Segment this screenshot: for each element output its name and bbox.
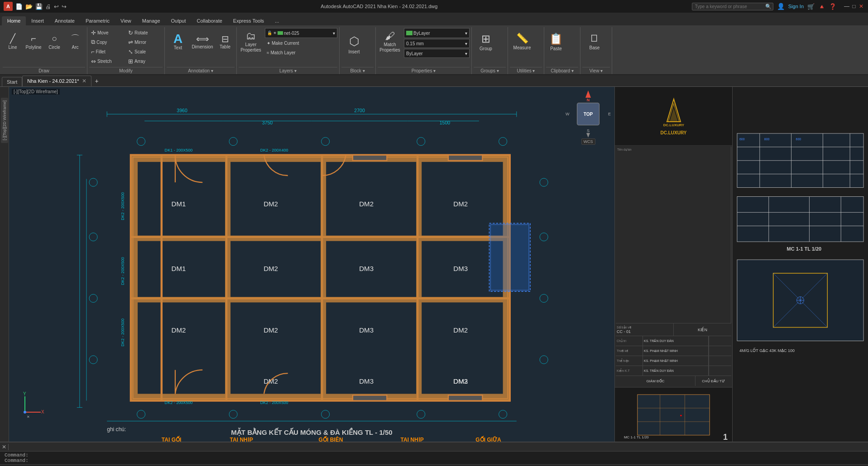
drawing-canvas[interactable]: DM1 DM2 DM2 DM2 DM1 DM2 DM3 DM3 DM2 DM2 … <box>9 87 614 442</box>
open-icon[interactable]: 📂 <box>25 3 33 10</box>
dimension-button[interactable]: ⟺ Dimension <box>191 28 214 55</box>
svg-text:3960: 3960 <box>177 108 187 113</box>
svg-text:3750: 3750 <box>262 120 273 125</box>
nav-cube-top-face[interactable]: TOP <box>577 103 599 125</box>
signin-button[interactable]: Sign In <box>788 4 804 9</box>
stretch-button[interactable]: ⇔Stretch <box>89 57 125 66</box>
lineweight-dropdown[interactable]: 0.15 mm ▾ <box>404 39 470 48</box>
tab-parametric[interactable]: Parametric <box>80 16 115 25</box>
linetype-dropdown-arrow: ▾ <box>465 51 467 56</box>
close-button[interactable]: ✕ <box>858 3 864 10</box>
maximize-button[interactable]: □ <box>851 3 857 10</box>
circle-icon: ○ <box>52 33 57 44</box>
app-icon: A <box>4 2 13 11</box>
redo-icon[interactable]: ↪ <box>62 3 67 10</box>
svg-text:TAI GỐI: TAI GỐI <box>162 436 182 442</box>
tab-output[interactable]: Output <box>166 16 192 25</box>
tab-insert[interactable]: Insert <box>26 16 49 25</box>
make-current-button[interactable]: ✦ Make Current <box>265 39 337 48</box>
scale-button[interactable]: ⤡Scale <box>126 47 163 56</box>
cart-icon[interactable]: 🛒 <box>807 3 815 10</box>
line-button[interactable]: ╱ Line <box>3 28 23 55</box>
color-dropdown[interactable]: ByLayer ▾ <box>404 28 470 38</box>
utilities-group: 📏 Measure Utilities ▾ <box>508 27 544 74</box>
svg-rect-108 <box>680 415 681 416</box>
saveas-icon[interactable]: 🖨 <box>45 3 51 10</box>
help-icon[interactable]: ❓ <box>829 3 836 10</box>
tab-start[interactable]: Start <box>2 77 22 86</box>
tab-active-doc[interactable]: Nha Kien - 24.02.2021* ✕ <box>22 76 91 86</box>
drawing-title: MẶT BẰNG KẾT CẤU MÓNG & ĐÀ KIỀNG TL - 1/… <box>231 428 393 436</box>
undo-icon[interactable]: ↩ <box>54 3 59 10</box>
group-button[interactable]: ⊞ Group <box>474 28 498 55</box>
command-toolbar-close[interactable]: ✕ <box>2 444 6 450</box>
draw-label: Draw <box>3 67 85 73</box>
search-input[interactable] <box>692 3 773 10</box>
viewport-label: [-][Top][2D Wireframe] <box>12 89 60 95</box>
layer-dropdown[interactable]: 🔓 ☀ net-025 ▾ <box>265 28 337 38</box>
table-button[interactable]: ⊟ Table <box>216 28 235 55</box>
kiem-kt: KS. TRẦN DUY ĐÀN <box>643 366 709 376</box>
tab-more[interactable]: ... <box>269 16 284 25</box>
tab-home[interactable]: Home <box>2 16 26 25</box>
measure-button[interactable]: 📏 Measure <box>510 28 534 55</box>
lineweight-dropdown-arrow: ▾ <box>465 41 467 46</box>
rotate-button[interactable]: ↻Rotate <box>126 28 163 37</box>
paste-button[interactable]: 📋 Paste <box>546 28 566 55</box>
canvas-area[interactable]: [-][Top][2D Wireframe] <box>9 87 614 442</box>
modify-group: ✛Move ↻Rotate ⧉Copy ⇌Mirror ⌐Fillet ⤡Sca… <box>87 27 165 74</box>
stretch-icon: ⇔ <box>91 58 96 65</box>
tab-manage[interactable]: Manage <box>137 16 166 25</box>
text-button[interactable]: A Text <box>167 28 189 55</box>
svg-text:DM3: DM3 <box>359 265 374 272</box>
move-button[interactable]: ✛Move <box>89 28 125 37</box>
arc-button[interactable]: ⌒ Arc <box>65 28 85 55</box>
properties-sidebar-tab[interactable]: [-][Top][2D Wireframe] <box>1 98 8 143</box>
match-properties-icon: 🖌 <box>385 30 395 42</box>
tab-add-button[interactable]: + <box>91 76 102 86</box>
svg-text:1: 1 <box>723 433 728 442</box>
svg-text:DC.LUXURY: DC.LUXURY <box>663 123 684 127</box>
layer-properties-button[interactable]: 🗂 Layer Properties <box>239 28 263 55</box>
array-button[interactable]: ⊞Array <box>126 57 163 66</box>
drawing-role: KIẾN <box>698 328 707 332</box>
annotation-group: A Text ⟺ Dimension ⊟ Table Annotation ▾ <box>165 27 237 74</box>
make-current-icon: ✦ <box>267 41 270 46</box>
tab-close-button[interactable]: ✕ <box>82 78 86 84</box>
user-icon: 👤 <box>777 3 785 10</box>
tab-collaborate[interactable]: Collaborate <box>192 16 228 25</box>
new-icon[interactable]: 📄 <box>15 3 23 10</box>
chu-tri: KS. TRẦN DUY ĐÀN <box>643 336 709 346</box>
copy-button[interactable]: ⧉Copy <box>89 38 125 47</box>
polyline-icon: ⌐ <box>31 33 36 44</box>
clipboard-group: 📋 Paste Clipboard ▾ <box>544 27 580 74</box>
circle-button[interactable]: ○ Circle <box>44 28 64 55</box>
the-hien: KS. PHẠM NHẬT MINH <box>643 356 709 366</box>
svg-text:DM2: DM2 <box>359 200 374 208</box>
linetype-dropdown[interactable]: ByLayer ▾ <box>404 49 470 58</box>
insert-button[interactable]: ⬡ Insert <box>341 28 367 61</box>
mirror-button[interactable]: ⇌Mirror <box>126 38 163 47</box>
save-icon[interactable]: 💾 <box>35 3 43 10</box>
command-toolbar: ✕ <box>0 442 868 452</box>
svg-text:TAI NHỊP: TAI NHỊP <box>401 437 424 442</box>
svg-text:DK2 - 200X500: DK2 - 200X500 <box>260 400 288 405</box>
tab-annotate[interactable]: Annotate <box>49 16 80 25</box>
search-icon: 🔍 <box>765 4 772 10</box>
nav-cube[interactable]: N S W E TOP WCS <box>566 90 611 145</box>
tab-view[interactable]: View <box>115 16 137 25</box>
base-button[interactable]: 🗌 Base <box>582 28 607 55</box>
polyline-button[interactable]: ⌐ Polyline <box>24 28 43 55</box>
svg-text:DM3: DM3 <box>359 326 374 334</box>
svg-text:600: 600 <box>739 138 745 141</box>
minimize-button[interactable]: — <box>844 3 850 10</box>
draw-group: ╱ Line ⌐ Polyline ○ Circle ⌒ Arc Draw <box>1 27 87 74</box>
command-toolbar-separator <box>8 444 9 450</box>
svg-text:DM1: DM1 <box>172 265 186 272</box>
giam-doc: GIÁM ĐỐC <box>616 376 695 386</box>
match-layer-button[interactable]: ≈ Match Layer <box>265 48 337 57</box>
fillet-button[interactable]: ⌐Fillet <box>89 47 125 56</box>
command-line-1: Command: <box>5 452 863 458</box>
match-properties-button[interactable]: 🖌 Match Properties <box>378 28 402 55</box>
tab-express-tools[interactable]: Express Tools <box>228 16 269 25</box>
